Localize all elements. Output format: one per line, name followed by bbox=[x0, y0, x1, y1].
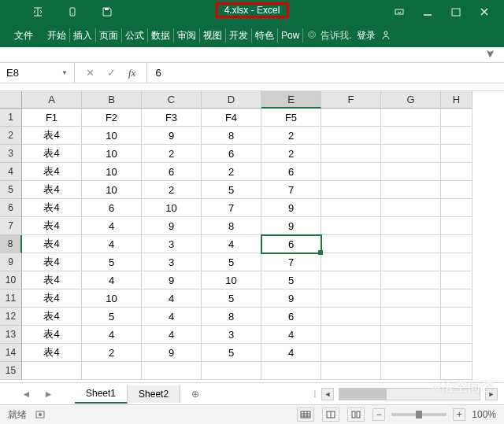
col-header-D[interactable]: D bbox=[202, 91, 261, 109]
page-break-view-icon[interactable] bbox=[347, 407, 365, 422]
cell[interactable] bbox=[441, 344, 472, 362]
cell[interactable]: 9 bbox=[142, 344, 202, 362]
cell[interactable] bbox=[321, 289, 381, 308]
col-header-F[interactable]: F bbox=[321, 91, 381, 109]
cell[interactable]: F2 bbox=[82, 109, 142, 127]
cell[interactable]: 表4 bbox=[22, 181, 82, 199]
row-header[interactable]: 1 bbox=[0, 109, 22, 127]
cell[interactable]: 9 bbox=[261, 289, 321, 308]
cell[interactable]: 6 bbox=[202, 145, 261, 163]
cell[interactable] bbox=[321, 163, 381, 181]
tab-review[interactable]: 审阅 bbox=[174, 28, 200, 42]
maximize-icon[interactable] bbox=[450, 6, 461, 17]
tab-file[interactable]: 文件 bbox=[11, 28, 44, 42]
cell[interactable] bbox=[142, 362, 202, 380]
cell[interactable]: 表4 bbox=[22, 127, 82, 145]
cell[interactable] bbox=[381, 326, 441, 344]
login-link[interactable]: 登录 bbox=[357, 29, 376, 42]
tell-me-search[interactable]: 告诉我. bbox=[308, 29, 351, 42]
cell[interactable]: 4 bbox=[142, 308, 202, 326]
cell[interactable]: 10 bbox=[142, 199, 202, 217]
tab-developer[interactable]: 开发 bbox=[226, 28, 252, 42]
cell[interactable]: 6 bbox=[142, 163, 202, 181]
name-box[interactable]: E8 ▼ bbox=[0, 63, 75, 83]
cell[interactable] bbox=[441, 271, 472, 289]
cell[interactable] bbox=[321, 127, 381, 145]
cell[interactable] bbox=[381, 235, 441, 253]
cell[interactable] bbox=[381, 199, 441, 217]
cell[interactable]: 5 bbox=[202, 253, 261, 271]
minimize-icon[interactable] bbox=[422, 6, 433, 17]
row-header[interactable]: 15 bbox=[0, 362, 22, 380]
cell[interactable]: 7 bbox=[261, 181, 321, 199]
cell[interactable]: 5 bbox=[202, 289, 261, 308]
cell[interactable]: 6 bbox=[261, 163, 321, 181]
col-header-C[interactable]: C bbox=[142, 91, 202, 109]
col-header-E[interactable]: E bbox=[261, 91, 321, 109]
share-icon[interactable] bbox=[380, 30, 393, 41]
cell[interactable]: 表4 bbox=[22, 289, 82, 308]
cell[interactable]: 表4 bbox=[22, 344, 82, 362]
row-header[interactable]: 4 bbox=[0, 163, 22, 181]
cell[interactable]: 4 bbox=[142, 326, 202, 344]
tab-special[interactable]: 特色 bbox=[252, 28, 278, 42]
cell[interactable] bbox=[321, 271, 381, 289]
cell[interactable]: 表4 bbox=[22, 217, 82, 235]
cell[interactable]: 8 bbox=[202, 127, 261, 145]
row-header[interactable]: 3 bbox=[0, 145, 22, 163]
cell[interactable] bbox=[321, 362, 381, 380]
row-header[interactable]: 10 bbox=[0, 271, 22, 289]
cell[interactable]: 5 bbox=[202, 181, 261, 199]
cell[interactable] bbox=[441, 127, 472, 145]
hscroll-divider-icon[interactable]: ⁞ bbox=[313, 389, 317, 400]
cell[interactable]: 6 bbox=[261, 235, 321, 253]
cell[interactable]: 4 bbox=[261, 326, 321, 344]
hscroll-left-icon[interactable]: ◄ bbox=[321, 388, 334, 400]
cell[interactable]: 4 bbox=[82, 271, 142, 289]
save-icon[interactable] bbox=[101, 6, 113, 18]
row-header[interactable]: 13 bbox=[0, 326, 22, 344]
col-header-G[interactable]: G bbox=[381, 91, 441, 109]
normal-view-icon[interactable] bbox=[297, 407, 314, 422]
zoom-out-icon[interactable]: − bbox=[372, 408, 385, 421]
cell[interactable]: 4 bbox=[202, 235, 261, 253]
hscroll-thumb[interactable] bbox=[339, 389, 387, 400]
macro-record-icon[interactable] bbox=[35, 409, 46, 420]
tab-view[interactable]: 视图 bbox=[200, 28, 226, 42]
zoom-label[interactable]: 100% bbox=[472, 409, 496, 420]
tab-home[interactable]: 开始 bbox=[44, 28, 70, 42]
cell[interactable] bbox=[441, 289, 472, 308]
cell[interactable] bbox=[381, 163, 441, 181]
cell[interactable]: 10 bbox=[82, 181, 142, 199]
cell[interactable]: 10 bbox=[82, 163, 142, 181]
cell[interactable]: 表4 bbox=[22, 199, 82, 217]
cell[interactable] bbox=[381, 253, 441, 271]
cell[interactable] bbox=[321, 235, 381, 253]
cell[interactable]: 6 bbox=[82, 199, 142, 217]
cell[interactable]: 6 bbox=[261, 308, 321, 326]
col-header-B[interactable]: B bbox=[82, 91, 142, 109]
tab-formulas[interactable]: 公式 bbox=[122, 28, 148, 42]
cell[interactable]: 5 bbox=[82, 253, 142, 271]
cell[interactable]: 2 bbox=[261, 145, 321, 163]
cell[interactable] bbox=[321, 145, 381, 163]
cell[interactable] bbox=[441, 217, 472, 235]
col-header-H[interactable]: H bbox=[441, 91, 472, 109]
cell[interactable] bbox=[441, 199, 472, 217]
cell[interactable]: 表4 bbox=[22, 308, 82, 326]
select-all-corner[interactable] bbox=[0, 91, 22, 109]
cell[interactable] bbox=[441, 308, 472, 326]
cell[interactable] bbox=[321, 344, 381, 362]
cell[interactable] bbox=[381, 289, 441, 308]
row-header[interactable]: 9 bbox=[0, 253, 22, 271]
cell[interactable] bbox=[321, 326, 381, 344]
touch-icon[interactable] bbox=[66, 6, 79, 18]
sheet-tab-2[interactable]: Sheet2 bbox=[128, 385, 180, 403]
add-sheet-button[interactable]: ⊕ bbox=[180, 389, 210, 400]
row-header[interactable]: 8 bbox=[0, 235, 22, 253]
cell[interactable]: 9 bbox=[261, 199, 321, 217]
cell[interactable]: F5 bbox=[261, 109, 321, 127]
cell[interactable]: F3 bbox=[142, 109, 202, 127]
tab-data[interactable]: 数据 bbox=[148, 28, 174, 42]
cell[interactable] bbox=[381, 271, 441, 289]
